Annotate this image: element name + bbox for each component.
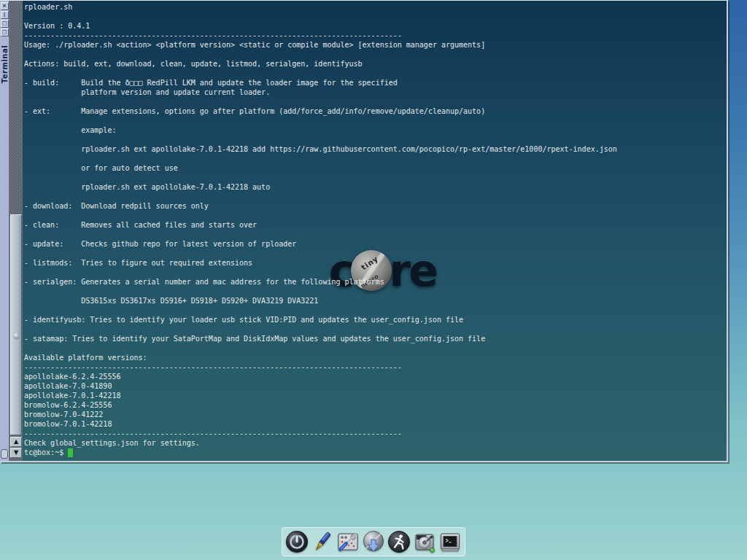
- restore-button[interactable]: □: [1, 28, 9, 36]
- terminal-cursor: [68, 448, 73, 457]
- pen-icon: [311, 530, 334, 553]
- desktop: { "window": { "titlebar": { "label": "Te…: [0, 0, 747, 560]
- resize-corner-handle[interactable]: [1, 449, 8, 459]
- control-panel-icon: [336, 530, 360, 553]
- apps-download-icon: [362, 530, 385, 553]
- dock-item-apps[interactable]: [361, 529, 386, 554]
- dock-bar: [282, 527, 465, 556]
- maximize-button[interactable]: □: [1, 20, 9, 28]
- mount-disk-icon: [413, 530, 436, 553]
- terminal-icon: [438, 530, 462, 553]
- scrollbar-thumb-dimple: [14, 333, 19, 338]
- iconify-button[interactable]: |: [1, 11, 9, 19]
- terminal-window: × | □ □ Terminal ▲ ▼ c tiny micro re rpl…: [0, 0, 728, 462]
- window-title: Terminal: [1, 45, 9, 83]
- run-icon: [387, 530, 411, 553]
- dock-item-exit[interactable]: [285, 529, 309, 554]
- scroll-up-arrow[interactable]: ▲: [10, 437, 22, 447]
- scroll-down-arrow[interactable]: ▼: [10, 448, 22, 458]
- shell-prompt: tc@box:~$: [24, 448, 63, 457]
- dock-item-run[interactable]: [387, 529, 411, 554]
- dock-item-control-panel[interactable]: [336, 529, 360, 554]
- dock-item-terminal[interactable]: [438, 529, 462, 554]
- dock-item-wallpaper[interactable]: [310, 529, 335, 554]
- shell-prompt-line[interactable]: tc@box:~$: [24, 448, 73, 457]
- terminal-screen[interactable]: c tiny micro re rploader.sh Version : 0.…: [23, 1, 727, 461]
- scrollbar[interactable]: ▲ ▼: [9, 1, 23, 461]
- power-icon: [285, 530, 309, 553]
- close-button[interactable]: ×: [1, 2, 9, 10]
- terminal-output: rploader.sh Version : 0.4.1 ------------…: [24, 2, 617, 448]
- window-titlebar[interactable]: × | □ □ Terminal: [0, 1, 9, 461]
- dock-item-mount[interactable]: [412, 529, 437, 554]
- scrollbar-thumb[interactable]: [10, 214, 22, 435]
